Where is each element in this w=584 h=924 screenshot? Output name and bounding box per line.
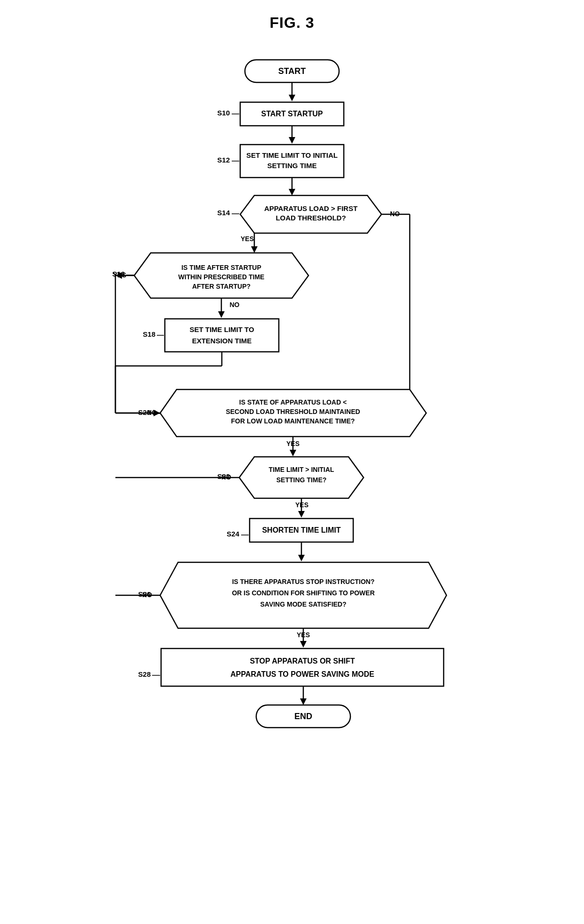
svg-marker-77 [298,555,305,561]
svg-marker-9 [289,137,295,144]
svg-text:S12: S12 [217,156,230,164]
svg-text:FOR LOW LOAD MAINTENANCE TIME?: FOR LOW LOAD MAINTENANCE TIME? [231,417,355,425]
flowchart-diagram: START S10 START STARTUP S12 SET TIME LIM… [108,46,476,924]
svg-text:S14: S14 [217,209,230,217]
svg-text:SET TIME LIMIT TO: SET TIME LIMIT TO [189,325,254,333]
svg-text:OR IS CONDITION FOR SHIFTING T: OR IS CONDITION FOR SHIFTING TO POWER [232,589,374,597]
svg-text:START STARTUP: START STARTUP [261,110,323,118]
svg-text:SET TIME LIMIT TO INITIAL: SET TIME LIMIT TO INITIAL [246,151,338,159]
svg-text:SETTING TIME?: SETTING TIME? [276,476,327,484]
svg-text:LOAD THRESHOLD?: LOAD THRESHOLD? [276,214,346,222]
svg-marker-24 [251,246,258,253]
svg-text:END: END [294,712,312,721]
svg-text:EXTENSION TIME: EXTENSION TIME [192,337,252,345]
svg-rect-12 [240,145,344,178]
svg-text:START: START [278,66,306,76]
svg-marker-42 [218,311,225,318]
page-title: FIG. 3 [270,14,315,32]
svg-text:SAVING MODE SATISFIED?: SAVING MODE SATISFIED? [260,600,346,608]
svg-text:APPARATUS LOAD > FIRST: APPARATUS LOAD > FIRST [264,204,357,212]
svg-text:NO: NO [230,301,240,308]
svg-marker-71 [298,511,305,518]
svg-text:SECOND LOAD THRESHOLD MAINTAIN: SECOND LOAD THRESHOLD MAINTAINED [226,408,360,415]
svg-text:APPARATUS TO POWER SAVING MODE: APPARATUS TO POWER SAVING MODE [230,670,374,678]
svg-text:SETTING TIME: SETTING TIME [268,162,317,170]
svg-rect-91 [161,648,444,686]
svg-text:SHORTEN TIME LIMIT: SHORTEN TIME LIMIT [262,526,341,534]
svg-text:TIME LIMIT > INITIAL: TIME LIMIT > INITIAL [269,466,334,473]
svg-text:WITHIN PRESCRIBED TIME: WITHIN PRESCRIBED TIME [178,273,265,281]
svg-marker-16 [289,189,295,195]
svg-text:YES: YES [241,235,254,243]
svg-text:IS STATE OF APPARATUS LOAD <: IS STATE OF APPARATUS LOAD < [239,398,347,406]
svg-rect-45 [165,319,279,352]
svg-marker-88 [300,641,307,648]
svg-marker-3 [289,95,295,101]
svg-text:AFTER STARTUP?: AFTER STARTUP? [192,283,251,290]
svg-marker-61 [290,450,296,456]
svg-text:S10: S10 [217,109,230,117]
svg-text:IS THERE APPARATUS STOP INSTRU: IS THERE APPARATUS STOP INSTRUCTION? [232,578,375,585]
svg-text:S24: S24 [227,530,239,538]
svg-text:STOP APPARATUS OR SHIFT: STOP APPARATUS OR SHIFT [250,657,355,665]
svg-marker-95 [300,698,307,705]
svg-text:IS TIME AFTER STARTUP: IS TIME AFTER STARTUP [181,264,261,271]
svg-text:S18: S18 [143,330,155,338]
svg-text:S28: S28 [138,670,151,678]
